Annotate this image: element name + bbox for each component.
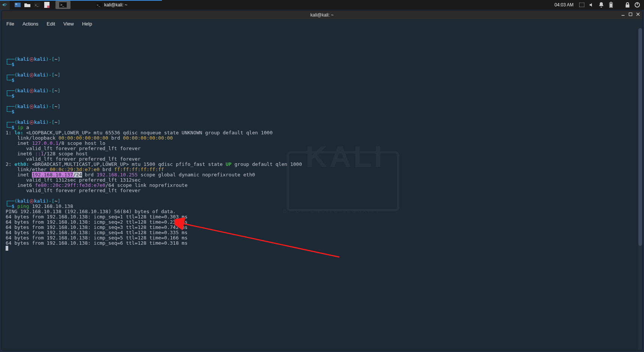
svg-text:>_: >_ — [60, 3, 64, 7]
selected-ip: 192.168.10.137 — [32, 172, 73, 178]
ping-line: 64 bytes from 192.168.10.138: icmp_seq=2… — [6, 219, 187, 225]
svg-text:>_: >_ — [97, 3, 100, 7]
taskbar-title-text: kali@kali: ~ — [104, 2, 127, 8]
workspace-switcher-icon[interactable] — [579, 2, 585, 8]
menu-file[interactable]: File — [6, 21, 14, 27]
app-menu-icon[interactable] — [0, 0, 10, 10]
window-minimize-button[interactable] — [620, 12, 626, 17]
ping-line: 64 bytes from 192.168.10.138: icmp_seq=6… — [6, 240, 187, 246]
window-title: kali@kali: ~ — [310, 12, 334, 18]
svg-rect-1 — [15, 3, 17, 5]
cmd-ip: ip — [17, 125, 23, 130]
ping-header: PING 192.168.10.138 (192.168.10.138) 56(… — [6, 209, 176, 214]
battery-icon[interactable] — [608, 2, 614, 8]
power-icon[interactable] — [634, 2, 640, 8]
menu-edit[interactable]: Edit — [47, 21, 55, 27]
ping-line: 64 bytes from 192.168.10.138: icmp_seq=5… — [6, 235, 187, 241]
svg-rect-5 — [47, 6, 49, 8]
terminal-body[interactable]: KALI BY OFFENSIVE SECURITY ┌──(kali㉿kali… — [2, 28, 642, 350]
taskbar-item-terminal-title[interactable]: >_ kali@kali: ~ — [94, 1, 131, 9]
notifications-icon[interactable] — [598, 2, 604, 8]
window-titlebar[interactable]: kali@kali: ~ — [2, 11, 642, 19]
menu-view[interactable]: View — [63, 21, 74, 27]
panel-clock[interactable]: 04:03 AM — [554, 2, 574, 8]
cmd-ping: ping — [17, 203, 29, 209]
file-manager-icon[interactable] — [22, 0, 32, 10]
menu-actions[interactable]: Actions — [22, 21, 39, 27]
window-maximize-button[interactable] — [628, 12, 633, 17]
top-panel: >_ >_ >_ kali@kali: ~ 04:03 AM — [0, 0, 644, 10]
svg-rect-13 — [610, 3, 612, 7]
show-desktop-icon[interactable] — [13, 0, 22, 10]
terminal-launcher-icon[interactable]: >_ — [32, 0, 42, 10]
menubar: File Actions Edit View Help — [2, 19, 642, 28]
menu-help[interactable]: Help — [82, 21, 92, 27]
lock-icon[interactable] — [625, 2, 631, 8]
terminal-cursor — [6, 246, 8, 251]
ping-line: 64 bytes from 192.168.10.138: icmp_seq=3… — [6, 224, 187, 230]
scrollbar-thumb[interactable] — [638, 28, 642, 246]
taskbar-item-terminal[interactable]: >_ — [55, 1, 70, 9]
svg-rect-18 — [629, 13, 632, 16]
svg-rect-12 — [610, 2, 612, 3]
ping-line: 64 bytes from 192.168.10.138: icmp_seq=1… — [6, 214, 187, 220]
ping-line: 64 bytes from 192.168.10.138: icmp_seq=4… — [6, 230, 187, 235]
terminal-output: ┌──(kali㉿kali)-[~] └─$ ┌──(kali㉿kali)-[~… — [6, 57, 642, 251]
svg-text:>_: >_ — [35, 3, 39, 7]
text-editor-icon[interactable] — [42, 0, 52, 10]
svg-rect-14 — [626, 5, 629, 8]
terminal-window: kali@kali: ~ File Actions Edit View Help… — [1, 11, 643, 350]
scrollbar-track[interactable] — [638, 28, 642, 350]
svg-rect-10 — [579, 3, 584, 7]
window-close-button[interactable] — [635, 12, 641, 17]
volume-icon[interactable] — [589, 2, 595, 8]
panel-active-indicator — [0, 0, 162, 1]
